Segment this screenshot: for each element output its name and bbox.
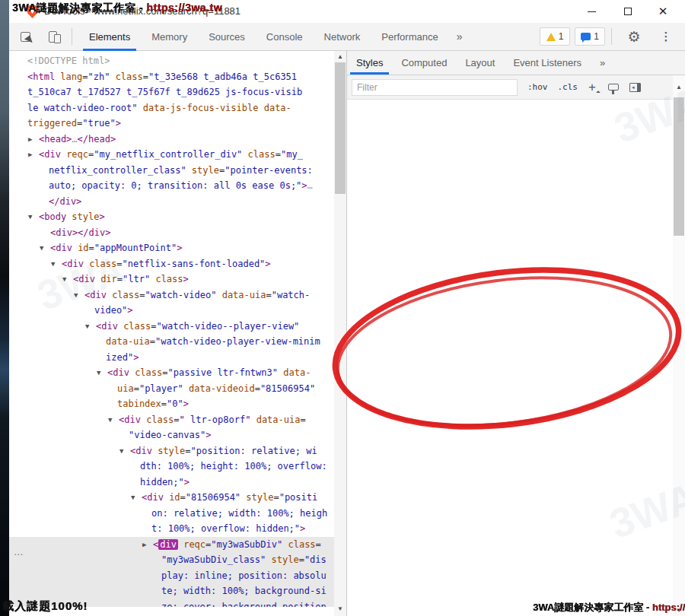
collapse-arrow-icon[interactable]: ▼	[131, 490, 135, 506]
class-toggle[interactable]: .cls	[558, 82, 578, 92]
dom-line[interactable]: netflix_controller_class" style="pointer…	[9, 163, 334, 179]
styles-scrollbar[interactable]: ▲ ▼	[673, 75, 685, 616]
watermark-bottom-right: 3WA謎題解決專家工作室 - https://3wa.tw	[533, 601, 685, 614]
collapse-arrow-icon[interactable]: ▼	[85, 319, 89, 335]
dom-line[interactable]: ▼<div class="watch-video" data-uia="watc…	[9, 287, 334, 303]
expand-arrow-icon[interactable]: ▶	[28, 147, 32, 163]
dom-line[interactable]: <div></div>	[9, 225, 334, 241]
dom-line[interactable]: uia="player" data-videoid="81506954"	[9, 381, 334, 397]
scrollbar-thumb[interactable]	[335, 62, 346, 194]
styles-panel: display: inline;position: absolute;width…	[347, 51, 673, 616]
collapse-arrow-icon[interactable]: ▼	[62, 271, 66, 287]
dom-line[interactable]: dth: 100%; height: 100%; overflow:	[9, 459, 334, 475]
dom-line[interactable]: ▼<div dir="ltr" class>	[9, 271, 334, 287]
tab-console[interactable]: Console	[256, 23, 314, 51]
styles-filter-row: :hov .cls + ◂	[347, 75, 673, 100]
message-count: 1	[594, 31, 599, 42]
warnings-badge[interactable]: 1	[540, 27, 570, 46]
devtools-toolbar: ElementsMemorySourcesConsoleNetworkPerfo…	[9, 23, 685, 51]
sidebar-toggle-icon[interactable]: ◂	[629, 83, 641, 92]
messages-badge[interactable]: 1	[575, 27, 605, 46]
tab-styles[interactable]: Styles	[347, 51, 392, 75]
devtools-window: DevTools - www.netflix.com/search?q=1188…	[0, 0, 685, 616]
dom-line[interactable]: ▼<div id="81506954" style="positi	[9, 490, 334, 506]
dom-line[interactable]: ▶<div reqc="my_netflix_controller_div" c…	[9, 147, 334, 163]
dom-line[interactable]: tabindex="0">	[9, 396, 334, 412]
dom-line[interactable]: "my3waSubDiv_class" style="dis	[9, 552, 334, 568]
tab-elements[interactable]: Elements	[78, 23, 141, 51]
gear-icon[interactable]: ⚙	[623, 27, 645, 46]
tab-memory[interactable]: Memory	[141, 23, 198, 51]
dom-line[interactable]: ▼<div class=" ltr-op8orf" data-uia=	[9, 412, 334, 428]
dom-line[interactable]: t: 100%; overflow: hidden;">	[9, 521, 334, 537]
expand-arrow-icon[interactable]: ▶	[142, 537, 146, 553]
dom-line[interactable]: <html lang="zh" class="t_33e568 t_adb46a…	[9, 69, 334, 85]
dom-line[interactable]: te; width: 100%; background-si	[9, 583, 334, 599]
dom-line[interactable]: ▼<div id="appMountPoint">	[9, 240, 334, 256]
dom-line[interactable]: ized">	[9, 350, 334, 366]
hover-state-toggle[interactable]: :hov	[527, 82, 548, 92]
dom-line[interactable]: <!DOCTYPE html>	[9, 53, 334, 69]
scroll-up-icon[interactable]: ▲	[673, 81, 685, 93]
dom-line[interactable]: ▶<div reqc="my3waSubDiv" class=	[9, 537, 334, 553]
collapse-arrow-icon[interactable]: ▼	[51, 256, 55, 272]
scroll-up-icon[interactable]: ▲	[334, 51, 346, 62]
dom-line[interactable]: ▼<div style="position: relative; wi	[9, 443, 334, 459]
dom-line[interactable]: hidden;">	[9, 475, 334, 491]
styles-tabs: StylesComputedLayoutEvent Listeners»	[347, 51, 685, 75]
scrollbar-thumb[interactable]	[674, 97, 684, 236]
watermark-bottom-left: 載入謎題100%!	[2, 599, 88, 614]
background-page-sliver	[0, 0, 9, 616]
collapse-arrow-icon[interactable]: ▼	[28, 209, 32, 225]
expand-arrow-icon[interactable]: ▶	[28, 132, 32, 148]
dom-tree: <!DOCTYPE html><html lang="zh" class="t_…	[9, 51, 334, 607]
dom-line[interactable]: ▼<div class="passive ltr-fntwn3" data-	[9, 365, 334, 381]
kebab-menu-icon[interactable]: ⋮	[655, 27, 677, 46]
collapse-arrow-icon[interactable]: ▼	[74, 287, 78, 303]
elements-panel: <!DOCTYPE html><html lang="zh" class="t_…	[9, 51, 334, 616]
dom-line[interactable]: </div>	[9, 194, 334, 210]
dom-line[interactable]: on: relative; width: 100%; heigh	[9, 506, 334, 522]
dom-line[interactable]: auto; opacity: 0; transition: all 0s eas…	[9, 178, 334, 194]
filter-input[interactable]	[352, 79, 518, 96]
dom-line[interactable]: le watch-video-root" data-js-focus-visib…	[9, 100, 334, 116]
collapse-arrow-icon[interactable]: ▼	[119, 443, 123, 459]
dom-line[interactable]: ▼<body style>	[9, 209, 334, 225]
tab-event-listeners[interactable]: Event Listeners	[504, 51, 591, 75]
tab-performance[interactable]: Performance	[371, 23, 448, 51]
maximize-button[interactable]	[610, 0, 645, 23]
dom-line[interactable]: data-uia="watch-video-player-view-minim	[9, 334, 334, 350]
overflow-dots[interactable]: ⋯	[14, 549, 24, 560]
more-tabs-chevron[interactable]: »	[449, 23, 470, 51]
new-style-rule-icon[interactable]: +	[588, 81, 596, 94]
collapse-arrow-icon[interactable]: ▼	[97, 365, 100, 381]
tab-layout[interactable]: Layout	[456, 51, 504, 75]
dom-line[interactable]: ▼<div class="watch-video--player-view"	[9, 319, 334, 335]
warning-icon	[546, 33, 556, 41]
tab-computed[interactable]: Computed	[392, 51, 456, 75]
tab-network[interactable]: Network	[314, 23, 371, 51]
main-tabs: ElementsMemorySourcesConsoleNetworkPerfo…	[78, 23, 470, 51]
message-icon	[581, 33, 591, 40]
dom-line[interactable]: play: inline; position: absolu	[9, 568, 334, 584]
device-toolbar-icon[interactable]	[41, 27, 64, 46]
close-button[interactable]: ✕	[645, 0, 680, 23]
toolbar-separator	[611, 28, 612, 45]
dom-line[interactable]: t_510ca7 t_17d527 t_75f67f t_89d625 js-f…	[9, 84, 334, 100]
dom-line[interactable]: triggered="true">	[9, 116, 334, 132]
collapse-arrow-icon[interactable]: ▼	[40, 240, 43, 256]
inspect-icon[interactable]	[14, 27, 37, 46]
minimize-button[interactable]	[574, 0, 609, 23]
dom-line[interactable]: "video-canvas">	[9, 427, 334, 443]
collapse-arrow-icon[interactable]: ▼	[108, 412, 112, 428]
elements-scrollbar[interactable]: ▲ ▼	[334, 51, 346, 616]
watermark-top: 3WA謎題解決專家工作室 - https://3wa.tw	[12, 2, 222, 15]
scroll-down-icon[interactable]: ▼	[334, 603, 346, 614]
rendering-icon[interactable]	[608, 84, 619, 90]
tab-sources[interactable]: Sources	[198, 23, 256, 51]
dom-line[interactable]: ▶<head>…</head>	[9, 132, 334, 148]
dom-line[interactable]: video">	[9, 303, 334, 319]
more-tabs-chevron[interactable]: »	[591, 51, 614, 75]
toolbar-right: 1 1 ⚙ ⋮	[540, 27, 685, 46]
dom-line[interactable]: ▼<div class="netflix-sans-font-loaded">	[9, 256, 334, 272]
